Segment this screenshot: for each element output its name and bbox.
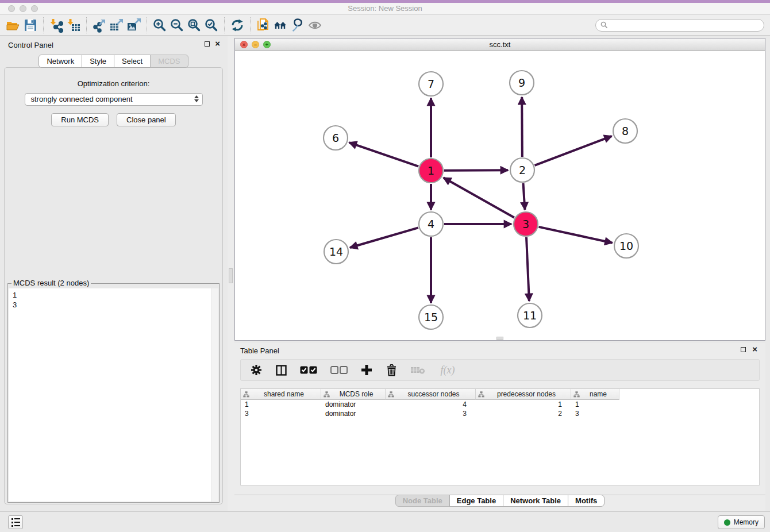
zoom-fit-button[interactable] [186, 17, 203, 34]
graph-node-label-11: 11 [523, 309, 537, 322]
import-network-button[interactable] [48, 17, 65, 34]
column-header-successor-nodes[interactable]: successor nodes [386, 389, 476, 400]
function-builder-button[interactable]: f(x) [438, 363, 457, 377]
tab-network[interactable]: Network [38, 55, 82, 68]
criterion-dropdown[interactable]: strongly connected component [25, 93, 203, 106]
network-minimize-button[interactable]: − [252, 41, 259, 48]
column-type-icon [478, 391, 484, 398]
graph-node-label-6: 6 [332, 132, 339, 144]
graph-edge-2-9[interactable] [522, 97, 522, 157]
graph-node-label-9: 9 [518, 76, 525, 89]
tab-style[interactable]: Style [82, 55, 114, 68]
graph-edge-4-14[interactable] [350, 228, 418, 248]
divider-handle[interactable] [229, 268, 233, 283]
window-resize-grip[interactable] [496, 337, 503, 340]
export-image-button[interactable] [125, 17, 143, 34]
zoom-fit-icon [187, 18, 202, 33]
mcds-result-area[interactable]: 1 3 [9, 288, 218, 502]
control-panel-title: Control Panel [8, 41, 53, 49]
export-table-button[interactable] [108, 17, 125, 34]
network-close-button[interactable]: × [240, 41, 248, 48]
graph-edge-1-2[interactable] [444, 170, 508, 171]
clone-network-button[interactable] [255, 17, 272, 34]
node-table[interactable]: shared nameMCDS rolesuccessor nodesprede… [240, 388, 760, 485]
select-all-button[interactable] [299, 363, 318, 377]
refresh-icon [230, 18, 245, 33]
graph-node-label-2: 2 [519, 164, 526, 176]
close-panel-button[interactable]: Close panel [117, 113, 176, 126]
table-settings-button[interactable] [250, 363, 263, 377]
tab-select[interactable]: Select [114, 55, 151, 68]
graph-edge-2-3[interactable] [523, 183, 525, 210]
traffic-lights[interactable] [8, 5, 38, 12]
refresh-view-button[interactable] [229, 17, 246, 34]
cybrowser-home-button[interactable] [272, 17, 289, 34]
save-session-button[interactable] [22, 17, 39, 34]
zoom-in-button[interactable] [151, 17, 168, 34]
column-header-label: predecessor nodes [484, 390, 568, 398]
control-panel-tabs: Network Style Select MCDS [0, 55, 227, 68]
run-mcds-button[interactable]: Run MCDS [51, 113, 109, 126]
close-window-button[interactable] [8, 5, 15, 12]
table-cell: dominator [321, 400, 386, 409]
network-window-titlebar[interactable]: × − + scc.txt [235, 38, 765, 51]
main-content: Control Panel × Network Style Select MCD… [0, 36, 770, 511]
column-header-name[interactable]: name [571, 389, 619, 400]
delete-table-icon [410, 365, 425, 375]
panel-divider[interactable] [228, 36, 234, 511]
network-zoom-button[interactable]: + [263, 41, 271, 48]
export-network-button[interactable] [91, 17, 108, 34]
network-canvas[interactable]: 7968124314101511 [235, 51, 765, 340]
tab-edge-table[interactable]: Edge Table [449, 495, 503, 507]
column-header-shared-name[interactable]: shared name [241, 389, 321, 400]
tab-motifs[interactable]: Motifs [568, 495, 605, 507]
graph-edge-1-6[interactable] [349, 142, 419, 166]
zoom-selected-button[interactable] [203, 17, 220, 34]
import-table-button[interactable] [65, 17, 82, 34]
show-hide-graphics-button[interactable] [306, 17, 324, 34]
graph-edge-3-10[interactable] [538, 227, 612, 243]
task-history-button[interactable] [8, 515, 23, 529]
open-session-button[interactable] [5, 17, 22, 34]
memory-status-icon [724, 519, 730, 526]
delete-column-button[interactable] [385, 363, 398, 377]
graph-node-label-7: 7 [428, 78, 434, 90]
toolbar-separator [43, 17, 44, 33]
result-scrollbar[interactable] [211, 288, 218, 502]
graph-edge-3-1[interactable] [444, 178, 514, 217]
column-header-label: successor nodes [394, 390, 473, 398]
table-body: 1dominator4113dominator323 [241, 400, 759, 418]
table-cell: 3 [386, 409, 476, 418]
close-panel-icon[interactable]: × [215, 39, 220, 48]
graph-node-label-1: 1 [428, 164, 434, 177]
search-icon [600, 21, 608, 29]
unselect-all-button[interactable] [330, 363, 348, 377]
minimize-window-button[interactable] [20, 5, 26, 12]
memory-button[interactable]: Memory [718, 515, 765, 529]
float-table-panel-icon[interactable] [741, 347, 746, 352]
level-of-detail-button[interactable] [289, 17, 306, 34]
tab-mcds[interactable]: MCDS [150, 55, 188, 68]
search-input[interactable] [608, 21, 764, 29]
table-row[interactable]: 3dominator323 [241, 409, 759, 418]
mcds-panel: Optimization criterion: strongly connect… [4, 67, 223, 504]
tab-node-table[interactable]: Node Table [395, 495, 450, 507]
zoom-out-button[interactable] [168, 17, 186, 34]
graph-edge-2-8[interactable] [535, 136, 612, 165]
show-column-button[interactable] [275, 363, 287, 377]
close-table-panel-icon[interactable]: × [752, 345, 757, 354]
export-table-icon [109, 18, 124, 33]
column-header-predecessor-nodes[interactable]: predecessor nodes [476, 389, 571, 400]
add-column-button[interactable] [360, 363, 373, 377]
zoom-window-button[interactable] [31, 5, 38, 12]
table-row[interactable]: 1dominator411 [241, 400, 759, 409]
graph-edge-3-11[interactable] [526, 237, 529, 301]
houses-icon [273, 18, 288, 33]
dropdown-stepper-icon [194, 95, 199, 102]
plus-icon [361, 364, 372, 376]
tab-network-table[interactable]: Network Table [503, 495, 568, 507]
column-header-MCDS-role[interactable]: MCDS role [321, 389, 386, 400]
delete-table-button[interactable] [410, 363, 426, 377]
float-panel-icon[interactable] [205, 41, 210, 47]
search-box[interactable] [595, 19, 764, 32]
